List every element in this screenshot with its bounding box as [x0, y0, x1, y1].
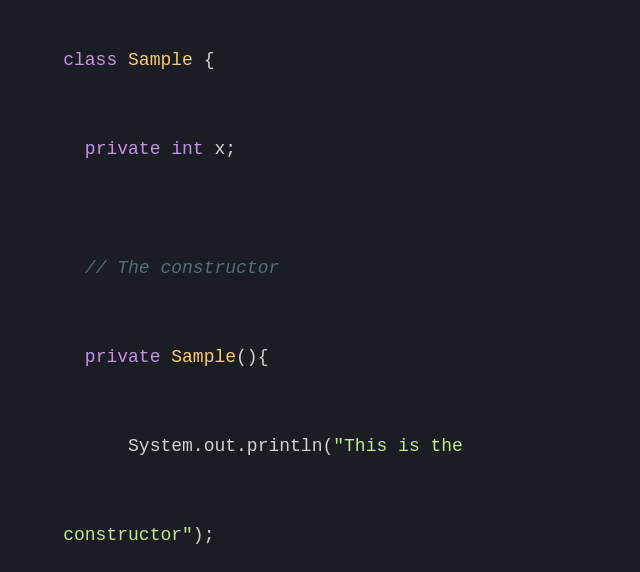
code-line-3 [0, 194, 640, 224]
code-line-6: System.out.println("This is the [0, 402, 640, 491]
keyword-class: class [63, 50, 128, 70]
code-line-2: private int x; [0, 105, 640, 194]
code-line-7: constructor"); [0, 491, 640, 572]
code-line-5: private Sample(){ [0, 313, 640, 402]
code-editor: class Sample { private int x; // The con… [0, 0, 640, 572]
code-line-4: // The constructor [0, 224, 640, 313]
class-name-sample: Sample [128, 50, 204, 70]
code-line-1: class Sample { [0, 16, 640, 105]
